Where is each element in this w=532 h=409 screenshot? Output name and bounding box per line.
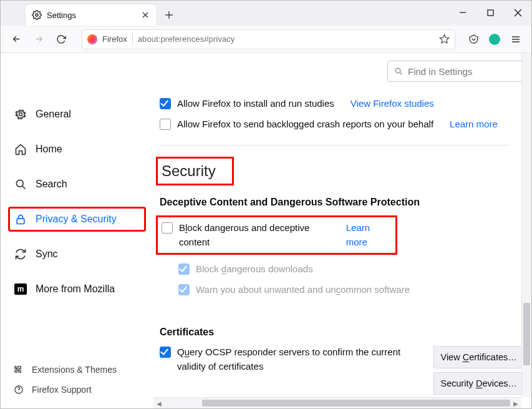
sidebar: General Home Search Privacy & Security S… [1, 53, 153, 408]
pocket-button[interactable] [463, 29, 484, 49]
app-menu-button[interactable] [505, 29, 526, 49]
nav-privacy-security[interactable]: Privacy & Security [8, 207, 146, 232]
svg-point-0 [36, 14, 38, 16]
extension-icon[interactable] [489, 34, 500, 45]
vertical-scrollbar[interactable] [521, 53, 531, 397]
ocsp-checkbox[interactable] [160, 347, 171, 358]
close-tab-icon[interactable] [140, 10, 150, 20]
close-window-button[interactable] [504, 1, 531, 24]
maximize-button[interactable] [476, 1, 504, 24]
sidebar-footer: Extensions & Themes Firefox Support [1, 360, 153, 408]
view-studies-link[interactable]: View Firefox studies [351, 97, 434, 111]
url-text: about:preferences#privacy [138, 34, 434, 44]
link-label: Firefox Support [32, 385, 92, 395]
nav-search[interactable]: Search [8, 172, 146, 197]
scroll-right-arrow[interactable]: ▶ [510, 398, 521, 408]
extensions-themes-link[interactable]: Extensions & Themes [8, 360, 146, 380]
back-button[interactable] [6, 29, 27, 49]
allow-studies-checkbox[interactable] [160, 98, 171, 109]
nav-general[interactable]: General [8, 102, 146, 127]
search-icon [14, 178, 27, 190]
scroll-left-arrow[interactable]: ◀ [153, 398, 165, 408]
crash-reports-checkbox[interactable] [160, 119, 171, 130]
checkbox-label: Block dangerous and deceptive content [179, 221, 331, 249]
browser-tab[interactable]: Settings [26, 4, 157, 26]
certificate-buttons: View Certificates… Security Devices… [433, 346, 524, 395]
warn-unwanted-row: Warn you about unwanted and uncommon sof… [178, 283, 510, 297]
deceptive-content-heading: Deceptive Content and Dangerous Software… [160, 197, 510, 208]
nav-label: Search [36, 179, 67, 190]
block-dangerous-checkbox[interactable] [162, 222, 173, 234]
nav-sync[interactable]: Sync [8, 242, 146, 267]
svg-point-3 [19, 113, 22, 116]
mozilla-icon: m [14, 283, 27, 295]
block-learn-more-link[interactable]: Learn more [346, 221, 390, 249]
nav-label: Sync [36, 249, 58, 260]
section-separator [160, 145, 510, 145]
reload-button[interactable] [51, 29, 72, 49]
svg-marker-2 [440, 34, 448, 42]
identity-label: Firefox [102, 34, 127, 44]
titlebar: Settings [1, 1, 531, 26]
content-area: General Home Search Privacy & Security S… [1, 53, 531, 408]
link-label: Extensions & Themes [32, 365, 117, 375]
svg-rect-1 [488, 10, 493, 16]
tab-title: Settings [47, 11, 135, 20]
horizontal-scrollbar[interactable]: ◀ ▶ [153, 397, 521, 408]
checkbox-label: Query OCSP responder servers to confirm … [177, 345, 428, 373]
home-icon [14, 143, 27, 155]
bookmark-star-icon[interactable] [439, 34, 450, 44]
svg-point-4 [16, 180, 23, 187]
help-icon [13, 384, 24, 395]
crash-learn-more-link[interactable]: Learn more [450, 117, 498, 132]
checkbox-label: Block dangerous downloads [196, 262, 313, 277]
sync-icon [14, 248, 27, 260]
nav-more-mozilla[interactable]: m More from Mozilla [8, 277, 146, 302]
minimize-button[interactable] [449, 1, 476, 24]
allow-studies-row: Allow Firefox to install and run studies… [160, 97, 510, 111]
puzzle-icon [13, 364, 24, 375]
svg-rect-5 [17, 219, 24, 224]
firefox-support-link[interactable]: Firefox Support [8, 380, 146, 400]
security-devices-button[interactable]: Security Devices… [433, 372, 524, 395]
ocsp-row: Query OCSP responder servers to confirm … [160, 345, 428, 373]
nav-home[interactable]: Home [8, 137, 146, 162]
url-bar[interactable]: Firefox about:preferences#privacy [82, 29, 455, 49]
certificates-heading: Certificates [160, 327, 510, 338]
checkbox-label: Allow Firefox to install and run studies [177, 97, 334, 111]
forward-button[interactable] [28, 29, 49, 49]
window-controls [449, 1, 531, 24]
app-window: Settings Firefox about:preferences#priva… [0, 0, 532, 409]
nav-label: More from Mozilla [36, 283, 115, 295]
main-panel: Find in Settings Allow Firefox to instal… [153, 53, 531, 408]
gear-icon [14, 108, 27, 121]
nav-label: Privacy & Security [36, 214, 117, 225]
nav: General Home Search Privacy & Security S… [1, 102, 153, 360]
firefox-icon [87, 34, 97, 44]
scrollbar-thumb[interactable] [202, 400, 510, 407]
checkbox-label: Allow Firefox to send backlogged crash r… [177, 117, 433, 132]
view-certificates-button[interactable]: View Certificates… [433, 346, 524, 368]
block-dangerous-row: Block dangerous and deceptive content Le… [156, 215, 397, 255]
block-downloads-checkbox[interactable] [178, 264, 190, 275]
warn-unwanted-checkbox[interactable] [178, 284, 190, 295]
lock-icon [14, 213, 27, 225]
scrollbar-thumb[interactable] [523, 303, 530, 365]
checkbox-label: Warn you about unwanted and uncommon sof… [196, 283, 410, 297]
nav-label: Home [36, 144, 62, 155]
crash-reports-row: Allow Firefox to send backlogged crash r… [160, 117, 510, 132]
new-tab-button[interactable] [160, 6, 178, 24]
nav-label: General [36, 109, 71, 120]
block-downloads-row: Block dangerous downloads [178, 262, 510, 277]
gear-icon [32, 10, 42, 20]
toolbar: Firefox about:preferences#privacy [1, 26, 531, 53]
separator [132, 34, 133, 45]
security-heading: Security [156, 157, 234, 185]
